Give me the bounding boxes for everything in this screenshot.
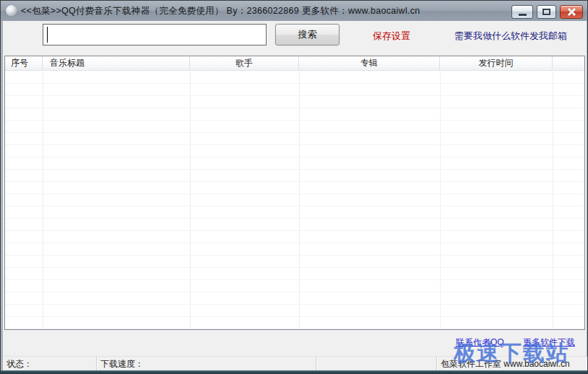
minimize-button[interactable]	[511, 5, 533, 19]
window-title: <<包菜>>QQ付费音乐下载神器（完全免费使用） By：2366022869 更…	[21, 5, 420, 17]
listview-gridline	[190, 71, 191, 329]
column-header-singer[interactable]: 歌手	[190, 56, 299, 70]
minimize-icon	[519, 14, 527, 16]
maximize-button[interactable]	[537, 5, 556, 19]
status-state-panel: 状态：	[3, 357, 97, 372]
close-icon	[567, 8, 576, 16]
email-request-link[interactable]: 需要我做什么软件发我邮箱	[454, 30, 567, 43]
app-window: <<包菜>>QQ付费音乐下载神器（完全免费使用） By：2366022869 更…	[0, 0, 588, 374]
listview-gridline	[440, 71, 441, 329]
save-settings-link[interactable]: 保存设置	[373, 30, 410, 43]
app-icon	[6, 5, 17, 17]
close-button[interactable]	[560, 5, 583, 19]
listview-header: 序号 音乐标题 歌手 专辑 发行时间	[5, 56, 584, 71]
column-header-release-date[interactable]: 发行时间	[440, 56, 553, 70]
status-download-speed-panel: 下载速度：	[97, 357, 316, 372]
status-empty-panel	[316, 357, 437, 372]
more-software-download-link[interactable]: 更多软件下载	[523, 336, 575, 349]
status-bar: 状态： 下载速度： 包菜软件工作室 www.baocaiwl.cn	[3, 356, 587, 372]
window-bottom-border	[1, 370, 588, 373]
text-caret	[47, 27, 48, 43]
column-header-blank	[553, 56, 584, 70]
search-input[interactable]	[43, 24, 267, 45]
window-controls	[511, 5, 583, 19]
listview-body[interactable]	[5, 71, 584, 329]
maximize-icon	[542, 9, 550, 15]
column-header-title[interactable]: 音乐标题	[43, 56, 190, 70]
contact-author-qq-link[interactable]: 联系作者QQ	[456, 336, 504, 349]
status-studio-panel: 包菜软件工作室 www.baocaiwl.cn	[437, 357, 587, 372]
client-area: 搜索 保存设置 需要我做什么软件发我邮箱 序号 音乐标题 歌手 专辑 发行时间 …	[3, 21, 587, 372]
music-listview[interactable]: 序号 音乐标题 歌手 专辑 发行时间	[4, 56, 585, 330]
column-header-index[interactable]: 序号	[5, 56, 43, 70]
listview-gridline	[553, 71, 553, 329]
listview-gridline	[299, 71, 300, 329]
titlebar[interactable]: <<包菜>>QQ付费音乐下载神器（完全免费使用） By：2366022869 更…	[1, 1, 587, 21]
column-header-album[interactable]: 专辑	[299, 56, 440, 70]
listview-gridline	[43, 71, 43, 329]
search-button[interactable]: 搜索	[275, 24, 340, 45]
